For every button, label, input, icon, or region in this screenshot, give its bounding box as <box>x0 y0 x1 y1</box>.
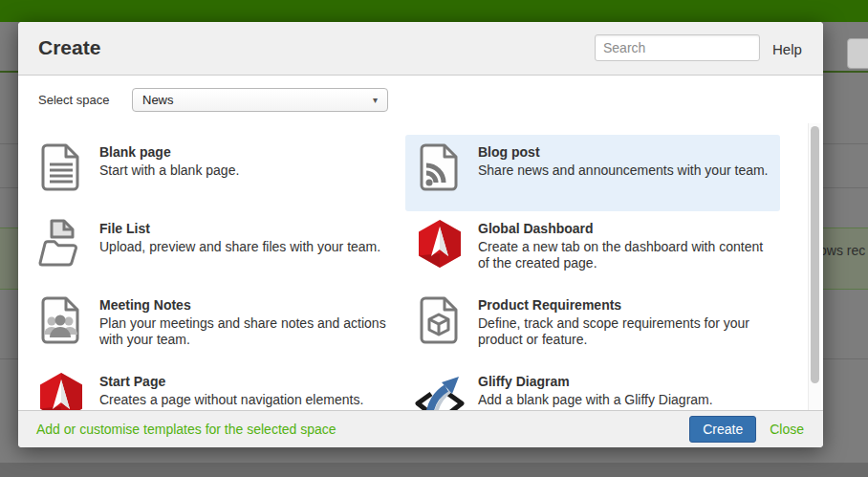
template-title: File List <box>99 221 380 236</box>
help-link[interactable]: Help <box>772 41 802 57</box>
template-description: Plan your meetings and share notes and a… <box>99 315 394 348</box>
template-text: Start PageCreates a page without navigat… <box>99 372 394 410</box>
file-list-icon <box>36 219 86 269</box>
create-dialog: Create Help Select space News ▾ Blank pa… <box>18 22 823 447</box>
dialog-header: Create Help <box>18 22 823 76</box>
start-page-icon <box>36 372 86 410</box>
search-input[interactable] <box>595 34 760 61</box>
template-list: Blank pageStart with a blank page.Blog p… <box>18 123 823 410</box>
template-title: Blog post <box>478 144 769 160</box>
template-option-start-page[interactable]: Start PageCreates a page without navigat… <box>27 364 401 410</box>
template-text: Meeting NotesPlan your meetings and shar… <box>99 295 394 348</box>
template-grid: Blank pageStart with a blank page.Blog p… <box>18 123 823 410</box>
chevron-down-icon: ▾ <box>373 95 378 105</box>
background-footer-strip <box>0 463 868 477</box>
template-description: Create a new tab on the dashboard with c… <box>478 239 772 271</box>
template-option-blog-post[interactable]: Blog postShare news and announcements wi… <box>405 135 780 211</box>
customise-templates-link[interactable]: Add or customise templates for the selec… <box>36 422 336 437</box>
dialog-footer: Add or customise templates for the selec… <box>18 410 823 447</box>
template-option-file-list[interactable]: File ListUpload, preview and share files… <box>27 211 401 288</box>
blank-page-icon <box>36 142 86 192</box>
template-description: Start with a blank page. <box>99 163 239 179</box>
template-text: Product RequirementsDefine, track and sc… <box>478 295 772 348</box>
close-link[interactable]: Close <box>770 422 804 437</box>
footer-actions: Create Close <box>689 416 804 443</box>
template-title: Product Requirements <box>478 297 772 313</box>
template-text: Gliffy DiagramAdd a blank page with a Gl… <box>478 372 713 408</box>
template-description: Creates a page without navigation elemen… <box>99 392 394 410</box>
template-description: Define, track and scope requirements for… <box>478 315 772 348</box>
template-title: Blank page <box>99 144 239 160</box>
template-option-global-dashboard[interactable]: Global DashboardCreate a new tab on the … <box>405 211 780 288</box>
scrollbar-thumb[interactable] <box>811 126 819 383</box>
template-text: Blank pageStart with a blank page. <box>99 142 239 179</box>
meeting-notes-icon <box>36 295 86 345</box>
select-space-label: Select space <box>38 93 109 107</box>
dialog-title: Create <box>38 36 100 59</box>
blog-post-icon <box>415 142 465 192</box>
space-select-dropdown[interactable]: News ▾ <box>132 88 388 112</box>
gliffy-diagram-icon <box>415 372 465 410</box>
scrollbar-track[interactable] <box>808 123 821 410</box>
template-text: Global DashboardCreate a new tab on the … <box>478 219 772 271</box>
template-option-meeting-notes[interactable]: Meeting NotesPlan your meetings and shar… <box>27 288 401 364</box>
template-option-gliffy-diagram[interactable]: Gliffy DiagramAdd a blank page with a Gl… <box>405 364 780 410</box>
template-description: Add a blank page with a Gliffy Diagram. <box>478 392 713 408</box>
screen: ows rec Create Help Select space News ▾ … <box>0 0 868 477</box>
background-search-box <box>847 38 868 69</box>
template-option-blank-page[interactable]: Blank pageStart with a blank page. <box>27 135 401 211</box>
template-title: Global Dashboard <box>478 221 772 236</box>
template-title: Start Page <box>99 374 394 389</box>
template-option-product-requirements[interactable]: Product RequirementsDefine, track and sc… <box>405 288 780 364</box>
product-requirements-icon <box>415 295 465 345</box>
template-description: Upload, preview and share files with you… <box>99 239 380 255</box>
template-title: Meeting Notes <box>99 297 394 313</box>
template-description: Share news and announcements with your t… <box>478 163 769 179</box>
background-partial-text: ows rec <box>819 243 865 258</box>
space-select-value: News <box>142 93 174 107</box>
top-nav-bar <box>0 0 868 22</box>
global-dashboard-icon <box>415 219 465 269</box>
template-text: Blog postShare news and announcements wi… <box>478 142 769 179</box>
create-button[interactable]: Create <box>689 416 756 443</box>
select-space-row: Select space News ▾ <box>18 76 823 123</box>
template-text: File ListUpload, preview and share files… <box>99 219 380 255</box>
template-title: Gliffy Diagram <box>478 374 713 389</box>
